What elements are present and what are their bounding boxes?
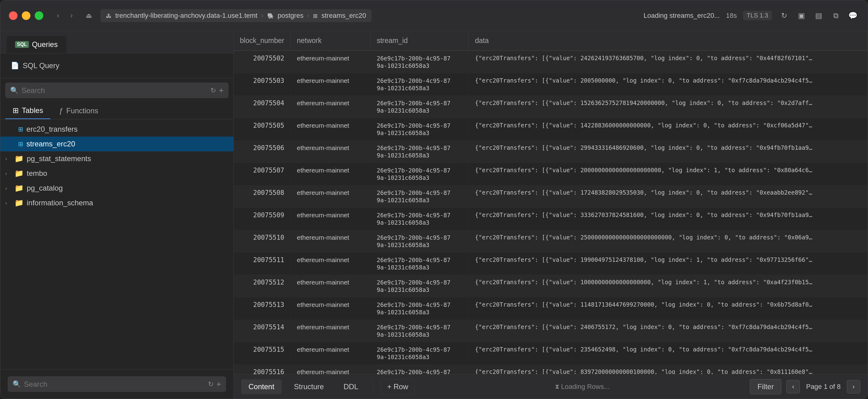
table-row[interactable]: 20075509ethereum-mainnet26e9c17b-200b-4c… xyxy=(234,208,868,230)
cell-network: ethereum-mainnet xyxy=(290,96,370,118)
cell-network: ethereum-mainnet xyxy=(290,51,370,73)
layout-icon2[interactable]: ▤ xyxy=(812,9,825,22)
tree-item-erc20-transfers[interactable]: ⊞ erc20_transfers xyxy=(0,122,234,137)
search-refresh-icon[interactable]: ↻ xyxy=(210,87,216,95)
cell-network: ethereum-mainnet xyxy=(290,320,370,342)
comment-icon[interactable]: 💬 xyxy=(847,9,859,22)
tree-item-pg-catalog[interactable]: › 📁 pg_catalog xyxy=(0,181,234,196)
page-info: Page 1 of 8 xyxy=(802,383,844,391)
cell-block-number: 20075502 xyxy=(234,51,290,73)
breadcrumb[interactable]: 🖧 trenchantly-liberating-anchovy.data-1.… xyxy=(100,9,372,22)
tab-tables[interactable]: ⊞ Tables xyxy=(5,102,50,119)
cell-network: ethereum-mainnet xyxy=(290,140,370,163)
cell-stream-id: 26e9c17b-200b-4c95-879a-10231c6058a3 xyxy=(370,297,469,320)
cell-data: {"erc20Transfers": [{"value": 2354652498… xyxy=(469,342,868,365)
filter-button[interactable]: Filter xyxy=(750,379,781,394)
table-tab-icon: ⊞ xyxy=(12,106,19,115)
cell-block-number: 20075514 xyxy=(234,320,290,342)
sql-query-item[interactable]: 📄 SQL Query xyxy=(6,58,227,73)
tree-item-info-schema[interactable]: › 📁 information_schema xyxy=(0,196,234,210)
table-row[interactable]: 20075502ethereum-mainnet26e9c17b-200b-4c… xyxy=(234,51,868,73)
copy-icon[interactable]: ⧉ xyxy=(830,9,842,22)
cell-block-number: 20075515 xyxy=(234,342,290,365)
cell-block-number: 20075511 xyxy=(234,253,290,275)
table-row[interactable]: 20075504ethereum-mainnet26e9c17b-200b-4c… xyxy=(234,96,868,118)
cell-data: {"erc20Transfers": [{"value": 2500000000… xyxy=(469,230,868,253)
loading-status: Loading streams_erc20... xyxy=(644,12,720,20)
tab-content[interactable]: Content xyxy=(241,379,282,394)
eject-icon[interactable]: ⏏ xyxy=(83,10,94,21)
tab-functions[interactable]: ƒ Functions xyxy=(52,102,105,119)
minimize-button[interactable] xyxy=(22,11,30,20)
table-row[interactable]: 20075508ethereum-mainnet26e9c17b-200b-4c… xyxy=(234,186,868,208)
table-row[interactable]: 20075503ethereum-mainnet26e9c17b-200b-4c… xyxy=(234,73,868,96)
back-arrow[interactable]: ‹ xyxy=(53,10,64,21)
table-row[interactable]: 20075516ethereum-mainnet26e9c17b-200b-4c… xyxy=(234,365,868,374)
cell-block-number: 20075509 xyxy=(234,208,290,230)
cell-stream-id: 26e9c17b-200b-4c95-879a-10231c6058a3 xyxy=(370,118,469,140)
sidebar-tabs: SQL Queries xyxy=(0,31,234,54)
folder-icon-pgcat: 📁 xyxy=(14,184,24,193)
search-input-bottom[interactable] xyxy=(24,380,205,389)
cell-stream-id: 26e9c17b-200b-4c95-879a-10231c6058a3 xyxy=(370,96,469,118)
sidebar-bottom: 🔍 ↻ + xyxy=(0,369,234,399)
table-row[interactable]: 20075511ethereum-mainnet26e9c17b-200b-4c… xyxy=(234,253,868,275)
col-header-data[interactable]: data xyxy=(469,31,868,51)
search-add-icon[interactable]: + xyxy=(219,86,224,95)
col-header-stream-id[interactable]: stream_id xyxy=(370,31,469,51)
search-bar-top[interactable]: 🔍 ↻ + xyxy=(5,82,228,98)
cell-block-number: 20075513 xyxy=(234,297,290,320)
table-row[interactable]: 20075515ethereum-mainnet26e9c17b-200b-4c… xyxy=(234,342,868,365)
chevron-right-icon-tembo: › xyxy=(5,170,11,177)
cell-stream-id: 26e9c17b-200b-4c95-879a-10231c6058a3 xyxy=(370,342,469,365)
traffic-lights xyxy=(9,11,43,20)
functions-tab-icon: ƒ xyxy=(59,106,63,115)
table-row[interactable]: 20075513ethereum-mainnet26e9c17b-200b-4c… xyxy=(234,297,868,320)
search-bar-bottom[interactable]: 🔍 ↻ + xyxy=(8,376,226,392)
cell-network: ethereum-mainnet xyxy=(290,365,370,374)
tab-queries[interactable]: SQL Queries xyxy=(6,36,66,53)
breadcrumb-db: 🐘 postgres xyxy=(267,12,304,20)
tab-structure[interactable]: Structure xyxy=(286,379,331,394)
cell-network: ethereum-mainnet xyxy=(290,186,370,208)
search-input-top[interactable] xyxy=(22,86,207,95)
cell-block-number: 20075506 xyxy=(234,140,290,163)
main-content: SQL Queries 📄 SQL Query 🔍 ↻ + xyxy=(0,31,868,399)
table-row[interactable]: 20075512ethereum-mainnet26e9c17b-200b-4c… xyxy=(234,275,868,297)
table-row[interactable]: 20075507ethereum-mainnet26e9c17b-200b-4c… xyxy=(234,163,868,186)
object-type-tabs: ⊞ Tables ƒ Functions xyxy=(0,102,234,120)
add-row-button[interactable]: + Row xyxy=(380,379,415,394)
cell-data: {"erc20Transfers": [{"value": 1422883600… xyxy=(469,118,868,140)
sidebar: SQL Queries 📄 SQL Query 🔍 ↻ + xyxy=(0,31,234,399)
chevron-right-icon-pgcat: › xyxy=(5,185,11,192)
maximize-button[interactable] xyxy=(35,11,43,20)
table-row[interactable]: 20075510ethereum-mainnet26e9c17b-200b-4c… xyxy=(234,230,868,253)
layout-icon1[interactable]: ▣ xyxy=(795,9,807,22)
tree-item-streams-erc20[interactable]: ⊞ streams_erc20 xyxy=(0,137,234,151)
tree-item-tembo[interactable]: › 📁 tembo xyxy=(0,166,234,181)
nav-arrows: ‹ › xyxy=(53,10,77,21)
next-page-button[interactable]: › xyxy=(847,380,860,394)
breadcrumb-host: 🖧 trenchantly-liberating-anchovy.data-1.… xyxy=(106,12,257,20)
cell-block-number: 20075505 xyxy=(234,118,290,140)
titlebar: ‹ › ⏏ 🖧 trenchantly-liberating-anchovy.d… xyxy=(0,0,868,31)
table-row[interactable]: 20075514ethereum-mainnet26e9c17b-200b-4c… xyxy=(234,320,868,342)
chevron-right-icon-info: › xyxy=(5,200,11,206)
data-table-container[interactable]: block_number network stream_id data 2007… xyxy=(234,31,868,374)
tab-ddl[interactable]: DDL xyxy=(336,379,366,394)
prev-page-button[interactable]: ‹ xyxy=(786,380,800,394)
table-row[interactable]: 20075506ethereum-mainnet26e9c17b-200b-4c… xyxy=(234,140,868,163)
cell-stream-id: 26e9c17b-200b-4c95-879a-10231c6058a3 xyxy=(370,208,469,230)
col-header-block-number[interactable]: block_number xyxy=(234,31,290,51)
search-add-bottom-icon[interactable]: + xyxy=(217,379,221,389)
col-header-network[interactable]: network xyxy=(290,31,370,51)
search-refresh-bottom-icon[interactable]: ↻ xyxy=(208,380,214,388)
cell-block-number: 20075508 xyxy=(234,186,290,208)
close-button[interactable] xyxy=(9,11,18,20)
folder-icon-info: 📁 xyxy=(14,199,24,207)
tree-item-pg-stat[interactable]: › 📁 pg_stat_statements xyxy=(0,151,234,166)
loading-rows-text: Loading Rows... xyxy=(561,383,610,391)
table-row[interactable]: 20075505ethereum-mainnet26e9c17b-200b-4c… xyxy=(234,118,868,140)
forward-arrow[interactable]: › xyxy=(66,10,77,21)
refresh-icon[interactable]: ↻ xyxy=(778,9,790,22)
